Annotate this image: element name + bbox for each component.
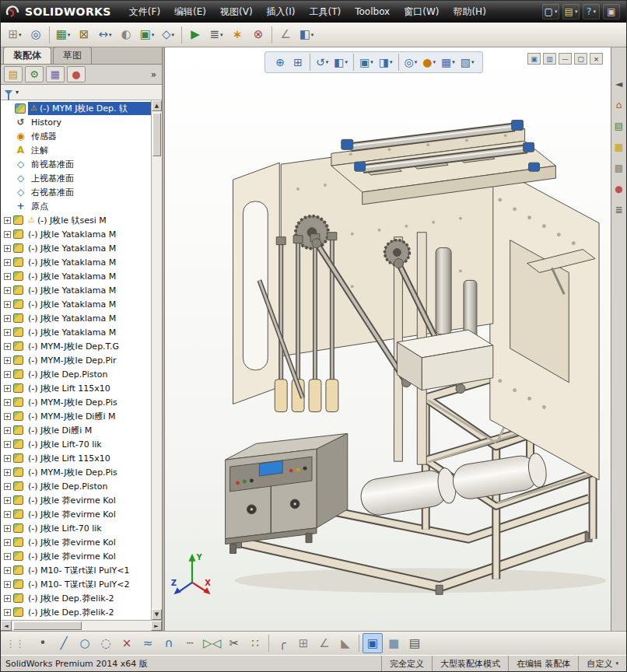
apply-scene-button[interactable]: ▦▾ — [439, 54, 457, 71]
menu-item-6[interactable]: 窗口(W) — [397, 1, 446, 23]
expand-toggle[interactable]: + — [4, 385, 11, 392]
mate-button[interactable]: ◎ — [26, 25, 46, 45]
zoom-to-area-button[interactable]: ⊞ — [289, 54, 306, 71]
expand-toggle[interactable]: + — [4, 483, 11, 490]
bill-of-materials-button[interactable]: ≣▾ — [206, 25, 226, 45]
tab-assembly[interactable]: 装配体 — [3, 47, 51, 64]
tree-item[interactable]: +(-) J枚le Yataklama M — [2, 227, 151, 241]
expand-toggle[interactable]: + — [4, 301, 11, 308]
hscroll-track[interactable] — [12, 621, 151, 631]
tree-item[interactable]: +(-) M10- T谋rt谋l PulY<1 — [2, 563, 151, 577]
linear-sketch-pattern-button[interactable]: ∷ — [245, 633, 265, 653]
tree-item[interactable]: ⚠(-) MYM J枚le Dep. 轪 — [2, 101, 151, 115]
expand-toggle[interactable]: + — [4, 287, 11, 294]
solidworks-resources-button[interactable]: ⌂ — [612, 98, 626, 112]
tree-item[interactable]: +(-) MYM-J枚le Dep.Pir — [2, 353, 151, 367]
scroll-right-icon[interactable]: ► — [151, 621, 162, 631]
delete-relations-button[interactable]: × — [117, 633, 137, 653]
design-library-button[interactable]: ▤ — [612, 119, 626, 133]
menu-item-3[interactable]: 插入(I) — [260, 1, 303, 23]
expand-toggle[interactable]: + — [4, 595, 11, 602]
show-hidden-components-button[interactable]: ◐ — [116, 25, 136, 45]
grid-snap-button[interactable]: ⊞ — [293, 633, 314, 653]
expand-toggle[interactable]: + — [4, 399, 11, 406]
scroll-down-icon[interactable]: ▼ — [152, 609, 162, 620]
interference-detection-button[interactable]: ⊗ — [248, 25, 268, 45]
sketch-plane-button[interactable]: ◣ — [335, 633, 356, 653]
file-explorer-button[interactable]: ▦ — [612, 140, 626, 154]
tree-item[interactable]: +(-) J枚le Lift 115x10 — [2, 381, 151, 395]
tree-item[interactable]: +(-) J枚le Dep.Piston — [2, 367, 151, 381]
tree-item[interactable]: +(-) J枚le Dep.莽elik-2 — [2, 591, 151, 605]
expand-toggle[interactable]: + — [4, 441, 11, 448]
zoom-to-fit-button[interactable]: ⊕ — [271, 54, 289, 71]
expand-ribbon-button[interactable]: ▣ — [603, 4, 620, 19]
ellipse-button[interactable]: ◌ — [96, 633, 116, 653]
expand-toggle[interactable]: + — [4, 581, 11, 588]
expand-toggle[interactable]: + — [4, 357, 11, 364]
move-component-button[interactable]: ↔▾ — [95, 25, 115, 45]
tree-vertical-scrollbar[interactable]: ▲ ▼ — [151, 100, 162, 620]
featuremanager-tree-tab-button[interactable]: ▤ — [4, 66, 23, 82]
expand-toggle[interactable]: + — [4, 567, 11, 574]
tree-item[interactable]: +(-) J枚le Yataklama M — [2, 241, 151, 255]
tree-item[interactable]: +(-) J枚le Dep.莽elik-2 — [2, 605, 151, 619]
expand-toggle[interactable]: + — [4, 469, 11, 476]
expand-toggle[interactable]: + — [4, 413, 11, 420]
line-button[interactable]: ╱ — [54, 633, 74, 653]
tree-item[interactable]: +(-) J枚le Yataklama M — [2, 283, 151, 297]
restore-document-button[interactable]: ▢ — [574, 53, 587, 65]
smart-dimension-button[interactable]: • — [33, 633, 53, 653]
tree-item[interactable]: +⚠(-) J枚le 轪sesi M — [2, 213, 151, 227]
tree-item[interactable]: +(-) J枚le 莽evirme Kol — [2, 493, 151, 507]
tree-item[interactable]: +(-) J枚le Di艧i M — [2, 423, 151, 437]
tree-item[interactable]: +(-) J枚le 莽evirme Kol — [2, 549, 151, 563]
linear-component-pattern-button[interactable]: ▦▾ — [53, 25, 73, 45]
tree-item[interactable]: +(-) J枚le Lift-70 lik — [2, 521, 151, 535]
new-motion-study-button[interactable]: ▶ — [185, 25, 205, 45]
toolbar-grip[interactable]: ⋮⋮ — [5, 638, 24, 649]
menu-item-0[interactable]: 文件(F) — [122, 1, 167, 23]
sketch-fillet-button[interactable]: ╭ — [272, 633, 292, 653]
expand-toggle[interactable]: + — [4, 511, 11, 518]
tree-item[interactable]: +(-) M10- T谋rt谋l PulY<2 — [2, 577, 151, 591]
spline-button[interactable]: ≈ — [138, 633, 158, 653]
scroll-thumb[interactable] — [152, 113, 161, 156]
tree-item[interactable]: +(-) J枚le Yataklama M — [2, 297, 151, 311]
cascade-window-button[interactable]: ▣ — [527, 53, 541, 65]
view-palette-button[interactable]: ▩ — [612, 161, 626, 175]
shaded-with-edges-button[interactable]: ▣ — [363, 633, 383, 653]
tree-item[interactable]: +(-) J枚le Yataklama M — [2, 255, 151, 269]
tree-item[interactable]: ◇右视基准面 — [2, 185, 151, 199]
expand-toggle[interactable]: + — [4, 343, 11, 350]
expand-toggle[interactable]: + — [4, 329, 11, 336]
section-view-button[interactable]: ◧▾ — [296, 25, 317, 45]
tree-item[interactable]: ↺History — [2, 115, 151, 129]
tab-sketch[interactable]: 草图 — [53, 47, 92, 64]
reference-geometry-button[interactable]: ◇▾ — [158, 25, 178, 45]
exploded-view-button[interactable]: ∗ — [227, 25, 247, 45]
filter-caret-icon[interactable]: ▾ — [16, 89, 19, 96]
panel-overflow-chevron[interactable]: » — [151, 69, 159, 80]
expand-toggle[interactable]: + — [4, 609, 11, 616]
menu-item-5[interactable]: Toolbox — [348, 1, 397, 23]
tree-item[interactable]: +(-) MYM-J枚le Dep.T.G — [2, 339, 151, 353]
tile-window-button[interactable]: ▥ — [543, 53, 556, 65]
tree-item[interactable]: +(-) J枚le Yataklama M — [2, 325, 151, 339]
tree-item[interactable]: A注解 — [2, 143, 151, 157]
hscroll-thumb[interactable] — [13, 621, 82, 630]
scroll-track[interactable] — [152, 111, 162, 609]
smart-fasteners-button[interactable]: ⊠ — [74, 25, 94, 45]
expand-toggle[interactable]: + — [4, 217, 11, 224]
tree-item[interactable]: ◇上视基准面 — [2, 171, 151, 185]
expand-toggle[interactable]: + — [4, 231, 11, 238]
circle-button[interactable]: ○ — [75, 633, 95, 653]
filter-funnel-icon[interactable] — [5, 90, 12, 95]
shaded-button[interactable]: ■ — [384, 633, 404, 653]
displaymanager-tab-button[interactable]: ● — [67, 66, 86, 82]
expand-toggle[interactable]: + — [4, 371, 11, 378]
open-document-button[interactable]: ▤▾ — [562, 4, 580, 19]
expand-toggle[interactable]: + — [4, 315, 11, 322]
editing-assembly-status[interactable]: 在编辑 装配体 — [508, 656, 579, 671]
custom-status[interactable]: 自定义▾ — [578, 656, 626, 671]
